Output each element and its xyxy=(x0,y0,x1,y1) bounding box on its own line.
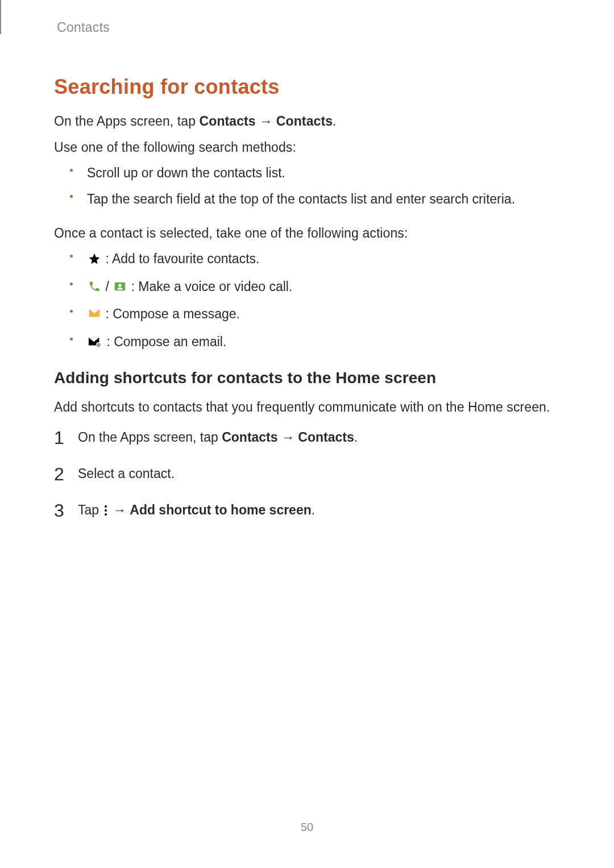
list-item: Scroll up or down the contacts list. xyxy=(70,163,560,184)
intro-paragraph-2: Use one of the following search methods: xyxy=(54,138,560,158)
message-icon xyxy=(88,306,101,326)
svg-point-6 xyxy=(105,505,107,508)
video-call-icon xyxy=(114,279,126,299)
email-icon: @ xyxy=(88,334,102,354)
page-title: Searching for contacts xyxy=(54,75,560,99)
list-item-text: : Make a voice or video call. xyxy=(127,279,292,294)
text: On the Apps screen, tap xyxy=(78,430,222,445)
bullet-icon xyxy=(70,283,73,285)
bold-text: Contacts xyxy=(276,114,333,128)
more-options-icon xyxy=(103,502,108,522)
list-item-text: : Add to favourite contacts. xyxy=(102,251,259,266)
arrow-text: → xyxy=(109,502,130,517)
subheading: Adding shortcuts for contacts to the Hom… xyxy=(54,369,560,387)
bold-text: Contacts xyxy=(222,430,277,445)
bullet-icon xyxy=(70,255,73,258)
list-item: : Add to favourite contacts. xyxy=(70,249,560,271)
bullet-icon xyxy=(70,310,73,313)
text: Tap xyxy=(78,502,102,517)
arrow-text: → xyxy=(256,114,276,128)
steps-list: On the Apps screen, tap Contacts → Conta… xyxy=(54,427,560,522)
actions-intro: Once a contact is selected, take one of … xyxy=(54,223,560,244)
phone-icon xyxy=(88,279,101,299)
list-item-text: : Compose a message. xyxy=(102,306,240,321)
bold-text: Add shortcut to home screen xyxy=(130,502,311,517)
list-item: @ : Compose an email. xyxy=(70,332,560,354)
svg-point-7 xyxy=(105,509,107,512)
list-item: / : Make a voice or video call. xyxy=(70,277,560,299)
list-item-text: Tap the search field at the top of the c… xyxy=(87,192,515,206)
sub-intro: Add shortcuts to contacts that you frequ… xyxy=(54,397,560,418)
page-number: 50 xyxy=(0,821,614,834)
bullet-icon xyxy=(70,338,73,340)
svg-point-8 xyxy=(105,513,107,516)
svg-text:@: @ xyxy=(97,343,101,348)
text: On the Apps screen, tap xyxy=(54,114,200,128)
text: . xyxy=(354,430,358,445)
text: / xyxy=(102,279,113,294)
arrow-text: → xyxy=(278,430,298,445)
text: . xyxy=(333,114,337,128)
search-methods-list: Scroll up or down the contacts list. Tap… xyxy=(70,163,560,209)
bold-text: Contacts xyxy=(298,430,354,445)
intro-paragraph-1: On the Apps screen, tap Contacts → Conta… xyxy=(54,111,560,132)
header-rule xyxy=(0,0,30,34)
list-item: Tap the search field at the top of the c… xyxy=(70,189,560,210)
text: Select a contact. xyxy=(78,466,175,481)
step-item: Select a contact. xyxy=(54,464,560,484)
bullet-icon xyxy=(70,195,73,198)
star-icon xyxy=(88,251,101,271)
bold-text: Contacts xyxy=(200,114,256,128)
svg-point-1 xyxy=(118,284,122,287)
actions-list: : Add to favourite contacts. / : Make a … xyxy=(70,249,560,354)
manual-page: Contacts Searching for contacts On the A… xyxy=(0,0,614,868)
bullet-icon xyxy=(70,169,73,172)
text: . xyxy=(312,502,315,517)
section-header-label: Contacts xyxy=(57,20,560,35)
step-item: On the Apps screen, tap Contacts → Conta… xyxy=(54,427,560,448)
step-item: Tap → Add shortcut to home screen. xyxy=(54,500,560,522)
list-item: : Compose a message. xyxy=(70,304,560,326)
list-item-text: Scroll up or down the contacts list. xyxy=(87,165,285,180)
list-item-text: : Compose an email. xyxy=(103,334,226,349)
